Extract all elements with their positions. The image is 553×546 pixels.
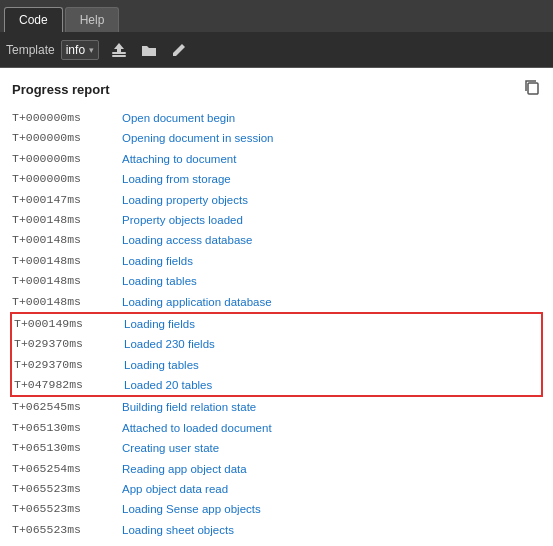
log-timestamp: T+000000ms (12, 109, 122, 127)
log-row: T+065254msReading app object data (12, 459, 541, 479)
log-row: T+065523msLoading sheet objects (12, 520, 541, 540)
log-message: App object data read (122, 480, 541, 498)
log-message: Loaded 230 fields (124, 335, 539, 353)
template-select-value: info (66, 43, 85, 57)
log-row: T+000000msOpening document in session (12, 128, 541, 148)
log-message: Building field relation state (122, 398, 541, 416)
log-timestamp: T+029370ms (14, 356, 124, 374)
log-row: T+000147msLoading property objects (12, 190, 541, 210)
log-message: Opening document in session (122, 129, 541, 147)
log-row: T+065130msAttached to loaded document (12, 418, 541, 438)
log-row: T+000148msLoading application database (12, 292, 541, 312)
log-timestamp: T+065130ms (12, 439, 122, 457)
highlighted-section: T+000149msLoading fieldsT+029370msLoaded… (10, 312, 543, 398)
log-message: Loading property objects (122, 191, 541, 209)
folder-icon[interactable] (137, 40, 161, 60)
log-area[interactable]: T+000000msOpen document beginT+000000msO… (0, 108, 553, 546)
log-message: Loading from storage (122, 170, 541, 188)
log-row: T+000149msLoading fields (12, 314, 541, 334)
log-timestamp: T+000148ms (12, 231, 122, 249)
log-row: T+000000msAttaching to document (12, 149, 541, 169)
toolbar: Template info ▾ (0, 32, 553, 68)
log-timestamp: T+065254ms (12, 460, 122, 478)
log-timestamp: T+000148ms (12, 272, 122, 290)
log-message: Loading sheet objects (122, 521, 541, 539)
log-message: Open document begin (122, 109, 541, 127)
log-row: T+000148msLoading tables (12, 271, 541, 291)
log-message: Property objects loaded (122, 211, 541, 229)
log-row: T+029370msLoaded 230 fields (12, 334, 541, 354)
log-row: T+065523msLoading Sense app objects (12, 499, 541, 519)
log-timestamp: T+000000ms (12, 129, 122, 147)
template-select[interactable]: info ▾ (61, 40, 99, 60)
log-row: T+029370msLoading tables (12, 355, 541, 375)
log-timestamp: T+000000ms (12, 170, 122, 188)
report-title: Progress report (12, 82, 110, 97)
copy-icon[interactable] (523, 78, 541, 100)
log-message: Loading fields (122, 252, 541, 270)
log-row: T+000000msOpen document begin (12, 108, 541, 128)
log-timestamp: T+000148ms (12, 293, 122, 311)
log-timestamp: T+065523ms (12, 500, 122, 518)
log-message: Loading tables (124, 356, 539, 374)
log-message: Loaded 20 tables (124, 376, 539, 394)
log-timestamp: T+065523ms (12, 480, 122, 498)
log-row: T+000000msLoading from storage (12, 169, 541, 189)
log-message: Loading application database (122, 293, 541, 311)
log-row: T+047982msLoaded 20 tables (12, 375, 541, 395)
tab-bar: Code Help (0, 0, 553, 32)
log-timestamp: T+065523ms (12, 521, 122, 539)
log-timestamp: T+062545ms (12, 398, 122, 416)
edit-icon[interactable] (167, 40, 191, 60)
log-row: T+000148msLoading access database (12, 230, 541, 250)
svg-rect-0 (112, 52, 126, 54)
toolbar-icons (107, 40, 191, 60)
log-message: Loading Sense app objects (122, 500, 541, 518)
svg-rect-1 (112, 55, 126, 57)
report-header: Progress report (0, 68, 553, 108)
toolbar-label: Template (6, 43, 55, 57)
main-content: Progress report T+000000msOpen document … (0, 68, 553, 546)
log-row: T+000148msProperty objects loaded (12, 210, 541, 230)
log-timestamp: T+000149ms (14, 315, 124, 333)
log-message: Attached to loaded document (122, 419, 541, 437)
log-timestamp: T+000147ms (12, 191, 122, 209)
log-timestamp: T+000148ms (12, 211, 122, 229)
log-message: Loading tables (122, 272, 541, 290)
tab-help[interactable]: Help (65, 7, 120, 32)
log-row: T+000148msLoading fields (12, 251, 541, 271)
log-row: T+065523msApp object data read (12, 479, 541, 499)
log-message: Attaching to document (122, 150, 541, 168)
svg-marker-2 (114, 43, 124, 52)
log-timestamp: T+047982ms (14, 376, 124, 394)
tab-code[interactable]: Code (4, 7, 63, 32)
export-icon[interactable] (107, 40, 131, 60)
log-timestamp: T+065130ms (12, 419, 122, 437)
log-timestamp: T+029370ms (14, 335, 124, 353)
log-timestamp: T+000000ms (12, 150, 122, 168)
log-timestamp: T+000148ms (12, 252, 122, 270)
log-message: Reading app object data (122, 460, 541, 478)
log-message: Loading access database (122, 231, 541, 249)
log-row: T+065130msCreating user state (12, 438, 541, 458)
chevron-down-icon: ▾ (89, 45, 94, 55)
log-row: T+062545msBuilding field relation state (12, 397, 541, 417)
log-message: Creating user state (122, 439, 541, 457)
log-message: Loading fields (124, 315, 539, 333)
svg-rect-3 (528, 83, 538, 94)
